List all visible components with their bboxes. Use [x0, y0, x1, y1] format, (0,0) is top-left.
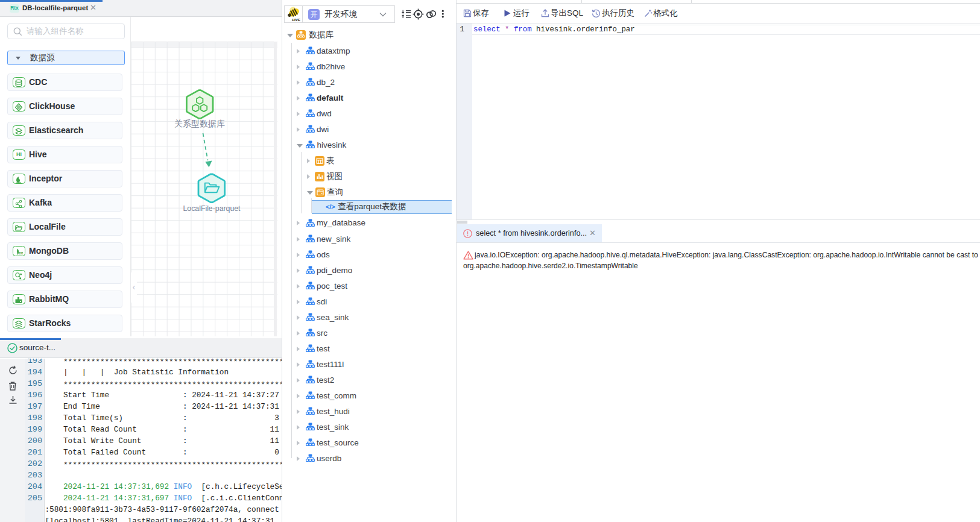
svg-text:DB: DB	[19, 251, 24, 255]
svg-text:HIVE: HIVE	[292, 18, 300, 22]
